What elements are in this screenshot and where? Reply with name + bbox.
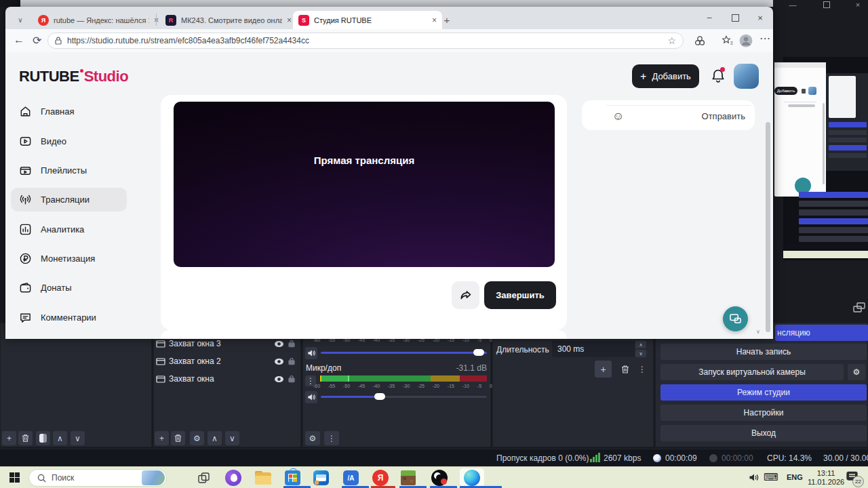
refresh-button[interactable]: ⟳	[33, 34, 41, 47]
browser-close-button[interactable]: ×	[755, 10, 766, 25]
obs-close-button[interactable]: ×	[852, 0, 864, 9]
obs-studio-icon[interactable]	[431, 470, 448, 486]
tab-close-icon[interactable]: ×	[287, 16, 292, 25]
sidebar-item-donations[interactable]: Донаты	[11, 276, 127, 300]
tray-volume-icon[interactable]	[749, 473, 759, 482]
visibility-eye-icon[interactable]	[274, 358, 284, 365]
scene-remove-button[interactable]	[18, 431, 33, 445]
channel1-mute-button[interactable]	[305, 347, 317, 359]
exit-button[interactable]: Выход	[660, 425, 867, 441]
visibility-eye-icon[interactable]	[274, 340, 284, 348]
mixer-options-button[interactable]: ⋮	[324, 431, 339, 445]
finish-stream-button[interactable]: Завершить	[484, 281, 556, 309]
chevron-down-icon[interactable]: ∨	[756, 329, 760, 335]
scene-filters-button[interactable]	[36, 431, 50, 445]
file-explorer-icon[interactable]	[255, 471, 271, 485]
duration-input[interactable]: 300 ms	[552, 341, 635, 357]
sidebar-item-home[interactable]: Главная	[11, 100, 127, 123]
settings-button[interactable]: Настройки	[660, 405, 867, 421]
lock-icon[interactable]	[288, 375, 296, 383]
virtual-camera-settings-button[interactable]: ⚙	[848, 364, 865, 380]
source-row[interactable]: Захват окна 2	[153, 352, 301, 370]
sidebar-item-video[interactable]: Видео	[11, 129, 127, 153]
chat-send-button[interactable]: Отправить	[702, 111, 745, 121]
page-scrollbar-thumb[interactable]	[766, 122, 770, 332]
tab-search-dropdown-button[interactable]: ∨	[12, 12, 28, 27]
channel2-volume-track-filled[interactable]	[321, 396, 376, 398]
edge-browser-icon[interactable]	[464, 470, 480, 486]
tray-keyboard-icon[interactable]: ⌨	[764, 471, 778, 483]
scene-add-button[interactable]: +	[2, 431, 16, 445]
scene-down-button[interactable]: ∨	[71, 431, 85, 445]
sidebar-item-monetization[interactable]: Монетизация	[11, 247, 127, 270]
sidebar-item-comments[interactable]: Комментарии	[11, 306, 127, 329]
channel1-volume-track[interactable]	[321, 352, 487, 354]
source-add-button[interactable]: +	[155, 431, 169, 445]
virtual-camera-button[interactable]: Запуск виртуальной камеры	[660, 364, 844, 380]
source-remove-button[interactable]	[171, 431, 185, 445]
bookmark-star-icon[interactable]: ☆	[667, 35, 676, 46]
browser-menu-button[interactable]: ⋯	[760, 32, 770, 45]
tray-clock[interactable]: 13:11 11.01.2026	[807, 469, 845, 487]
source-properties-button[interactable]: ⚙	[190, 431, 204, 445]
source-down-button[interactable]: ∨	[225, 431, 239, 445]
transition-remove-button[interactable]	[616, 361, 633, 378]
add-button[interactable]: + Добавить	[632, 64, 699, 88]
visibility-eye-icon[interactable]	[274, 375, 284, 383]
start-record-button[interactable]: Начать запись	[660, 344, 867, 360]
browser-essentials-icon[interactable]	[694, 35, 705, 46]
profile-avatar-icon[interactable]	[739, 34, 753, 47]
duration-decrement-button[interactable]: ∨	[635, 350, 646, 357]
stream-player[interactable]: Прямая трансляция	[174, 102, 555, 267]
source-up-button[interactable]: ∧	[208, 431, 222, 445]
alice-assistant-icon[interactable]	[225, 470, 241, 486]
channel2-mute-button[interactable]	[305, 391, 317, 403]
channel2-volume-handle[interactable]	[374, 393, 385, 400]
chat-input-row[interactable]: ☺ Отправить	[612, 108, 745, 123]
channel2-volume-track[interactable]	[376, 396, 487, 398]
browser-maximize-button[interactable]	[730, 10, 741, 25]
search-highlight-image[interactable]	[142, 470, 165, 485]
tray-language[interactable]: ENG	[787, 473, 803, 481]
slash-a-app-icon[interactable]: /А	[343, 470, 359, 485]
tab-close-icon[interactable]: ×	[432, 16, 437, 25]
minecraft-icon[interactable]	[401, 470, 416, 485]
yandex-browser-icon[interactable]: Я	[372, 470, 389, 486]
lock-icon[interactable]	[288, 357, 296, 365]
lock-icon[interactable]	[288, 340, 296, 348]
address-bar[interactable]: https://studio.rutube.ru/stream/efc805a4…	[47, 33, 684, 49]
notifications-bell-button[interactable]	[710, 67, 726, 85]
notification-center-button[interactable]: 22	[846, 471, 863, 485]
sidebar-item-analytics[interactable]: Аналитика	[11, 218, 127, 241]
search-box[interactable]: Поиск	[28, 469, 167, 487]
transition-options-button[interactable]: ⋮	[636, 362, 648, 376]
back-button[interactable]: ←	[14, 34, 24, 46]
user-avatar[interactable]	[734, 64, 759, 89]
obs-maximize-button[interactable]	[821, 0, 833, 9]
transition-add-button[interactable]: +	[595, 361, 612, 378]
collections-icon[interactable]	[722, 35, 733, 46]
channel1-volume-handle[interactable]	[473, 349, 484, 356]
new-tab-button[interactable]: +	[439, 12, 454, 27]
duration-increment-button[interactable]: ∧	[635, 341, 646, 348]
tab-3-active[interactable]: S Студия RUTUBE ×	[293, 11, 442, 29]
studio-mode-button[interactable]: Режим студии	[660, 384, 867, 401]
stop-stream-button[interactable]: нсляцию	[775, 325, 868, 341]
popout-icon[interactable]	[853, 302, 865, 312]
scene-up-button[interactable]: ∧	[53, 431, 67, 445]
browser-minimize-button[interactable]: –	[704, 10, 715, 25]
tab-1[interactable]: Я rutube — Яндекс: нашёлся 1 мл ×	[33, 11, 164, 29]
rutube-studio-logo[interactable]: RUTUBE Studio	[19, 68, 128, 85]
microsoft-store-icon[interactable]	[285, 470, 300, 485]
start-button[interactable]	[9, 472, 20, 483]
emoji-smiley-icon[interactable]: ☺	[612, 110, 624, 122]
share-button[interactable]	[452, 281, 479, 309]
source-row[interactable]: Захват окна	[153, 370, 301, 388]
obs-minimize-button[interactable]: —	[787, 0, 799, 9]
outlook-mail-icon[interactable]	[313, 470, 329, 485]
support-widget-button[interactable]	[723, 306, 748, 331]
sidebar-item-playlists[interactable]: Плейлисты	[11, 159, 127, 182]
sidebar-item-streams[interactable]: Трансляции	[11, 188, 127, 211]
task-view-button[interactable]	[198, 472, 210, 483]
mixer-advanced-button[interactable]: ⚙	[305, 431, 320, 445]
